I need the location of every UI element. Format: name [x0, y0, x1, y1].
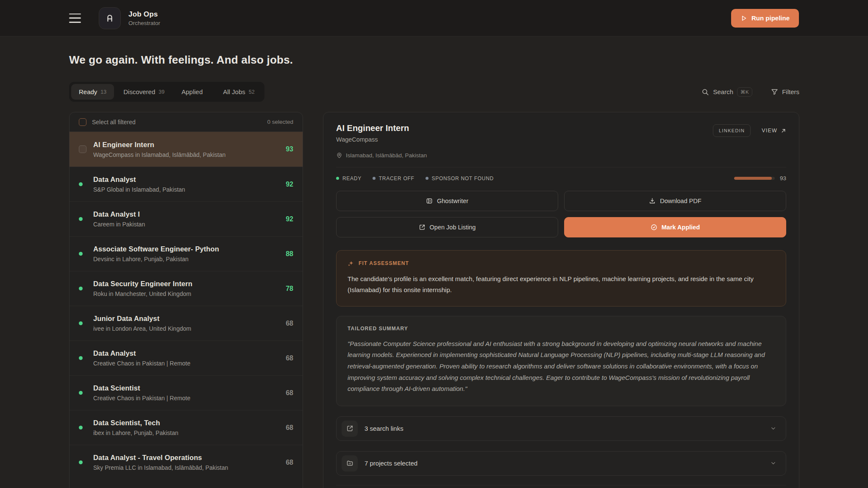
tab-count: 52	[249, 89, 255, 95]
tab-label: Ready	[79, 88, 97, 95]
open-job-listing-button[interactable]: Open Job Listing	[336, 217, 558, 237]
ghostwriter-label: Ghostwriter	[437, 198, 468, 204]
score-meter: 93	[734, 175, 786, 181]
sparkles-icon	[348, 260, 354, 267]
job-status-marker	[79, 252, 92, 256]
job-meta: Sky Premia LLC in Islamabad, Islāmābād, …	[93, 464, 281, 471]
fit-assessment-title: FIT ASSESSMENT	[359, 260, 409, 266]
view-link[interactable]: VIEW	[762, 128, 786, 134]
tailored-summary-body: "Passionate Computer Science professiona…	[348, 338, 775, 395]
job-meta: Devsinc in Lahore, Punjab, Pakistan	[93, 256, 281, 262]
tab[interactable]: All Jobs 52	[215, 84, 262, 100]
job-list-item[interactable]: Data Analyst I Careem in Pakistan 92	[70, 201, 303, 236]
mark-applied-label: Mark Applied	[662, 224, 700, 231]
tab-count: 13	[100, 89, 106, 95]
job-status-marker	[79, 287, 92, 290]
job-meta: Careem in Pakistan	[93, 221, 281, 228]
job-score: 78	[281, 285, 293, 293]
select-all-checkbox[interactable]	[79, 118, 86, 126]
job-meta: ibex in Lahore, Punjab, Pakistan	[93, 429, 281, 436]
tab-label: Discovered	[123, 88, 155, 95]
status-badges: READY TRACER OFF SPONSOR NOT FOUND	[336, 176, 494, 181]
map-pin-icon	[336, 152, 342, 159]
filters-control[interactable]: Filters	[771, 88, 799, 95]
score-value: 93	[780, 175, 786, 181]
job-rows: AI Engineer Intern WageCompass in Islama…	[70, 132, 303, 480]
external-link-icon	[419, 224, 426, 231]
job-list-item[interactable]: Data Analyst Creative Chaos in Pakistan …	[70, 340, 303, 375]
location-row: Islamabad, Islāmābād, Pakistan	[336, 152, 786, 159]
status-row: READY TRACER OFF SPONSOR NOT FOUND	[336, 167, 786, 181]
status-badge: SPONSOR NOT FOUND	[426, 176, 494, 181]
job-status-marker	[79, 426, 92, 429]
job-score: 68	[281, 320, 293, 327]
job-score: 68	[281, 459, 293, 466]
job-list-panel: Select all filtered 0 selected AI Engine…	[69, 112, 303, 488]
job-list-item[interactable]: Data Scientist Creative Chaos in Pakista…	[70, 375, 303, 410]
job-list-item[interactable]: Junior Data Analyst ivee in London Area,…	[70, 306, 303, 340]
projects-collapsible[interactable]: 7 projects selected	[336, 451, 786, 476]
job-score: 92	[281, 215, 293, 223]
app-logo	[99, 7, 121, 29]
status-dot-icon	[426, 177, 428, 180]
panel-left-icon	[426, 198, 433, 204]
status-dot-icon	[79, 287, 83, 290]
status-badge: TRACER OFF	[373, 176, 415, 181]
mark-applied-button[interactable]: Mark Applied	[564, 217, 786, 237]
external-link-icon	[342, 421, 358, 437]
chevron-down-icon	[770, 425, 776, 432]
search-control[interactable]: Search ⌘K	[701, 87, 752, 97]
job-meta: Creative Chaos in Pakistan | Remote	[93, 360, 281, 367]
controls-row: Ready 13 Discovered 39 Applied All Jobs …	[69, 82, 799, 102]
job-list-item[interactable]: Associate Software Engineer- Python Devs…	[70, 236, 303, 271]
action-buttons: Ghostwriter Download PDF Open Job Listin…	[336, 191, 786, 237]
status-dot-icon	[336, 177, 339, 180]
job-status-marker	[79, 182, 92, 186]
job-list-item[interactable]: Data Scientist, Tech ibex in Lahore, Pun…	[70, 410, 303, 445]
source-badge: LINKEDIN	[713, 124, 751, 137]
search-shortcut-badge: ⌘K	[737, 87, 752, 97]
check-circle-icon	[651, 224, 657, 231]
job-list-header: Select all filtered 0 selected	[70, 112, 303, 132]
tab[interactable]: Discovered 39	[116, 84, 172, 100]
play-icon	[740, 15, 747, 22]
job-status-marker	[79, 217, 92, 221]
status-dot-icon	[79, 252, 83, 256]
tailored-summary-box: TAILORED SUMMARY "Passionate Computer Sc…	[336, 316, 786, 406]
job-list-item[interactable]: Data Security Engineer Intern Roku in Ma…	[70, 271, 303, 306]
job-detail-panel: AI Engineer Intern WageCompass LINKEDIN …	[323, 112, 799, 488]
more-actions-toggle[interactable]: More actions	[336, 485, 786, 488]
search-label: Search	[713, 88, 733, 95]
job-score: 68	[281, 389, 293, 397]
tab[interactable]: Ready 13	[71, 84, 114, 100]
job-list-item[interactable]: Data Analyst S&P Global in Islamabad, Pa…	[70, 167, 303, 201]
detail-header: AI Engineer Intern WageCompass LINKEDIN …	[336, 123, 786, 143]
tab[interactable]: Applied	[174, 84, 214, 100]
row-checkbox[interactable]	[79, 145, 86, 153]
job-title: Data Scientist, Tech	[93, 419, 281, 427]
hamburger-menu-icon[interactable]	[69, 14, 81, 23]
filter-funnel-icon	[771, 88, 778, 95]
download-pdf-button[interactable]: Download PDF	[564, 191, 786, 211]
job-status-marker	[79, 356, 92, 360]
job-list-item[interactable]: AI Engineer Intern WageCompass in Islama…	[70, 132, 303, 167]
ghostwriter-button[interactable]: Ghostwriter	[336, 191, 558, 211]
detail-job-title: AI Engineer Intern	[336, 123, 409, 133]
open-job-listing-label: Open Job Listing	[430, 224, 476, 231]
job-title: Data Analyst	[93, 349, 281, 357]
job-meta: S&P Global in Islamabad, Pakistan	[93, 186, 281, 193]
fit-assessment-body: The candidate's profile is an excellent …	[348, 273, 775, 296]
status-dot-icon	[79, 391, 83, 395]
main-content: We go again. With feelings. And also job…	[0, 53, 868, 488]
status-dot-icon	[79, 321, 83, 325]
search-links-collapsible[interactable]: 3 search links	[336, 416, 786, 441]
app-title: Job Ops	[128, 10, 160, 19]
chevron-down-icon	[770, 460, 776, 466]
search-links-label: 3 search links	[364, 425, 403, 432]
run-pipeline-button[interactable]: Run pipeline	[731, 9, 799, 28]
job-list-item[interactable]: Data Analyst - Travel Operations Sky Pre…	[70, 445, 303, 480]
view-label: VIEW	[762, 128, 777, 134]
job-meta: Roku in Manchester, United Kingdom	[93, 290, 281, 297]
tab-label: Applied	[181, 88, 203, 95]
job-status-marker	[79, 391, 92, 395]
